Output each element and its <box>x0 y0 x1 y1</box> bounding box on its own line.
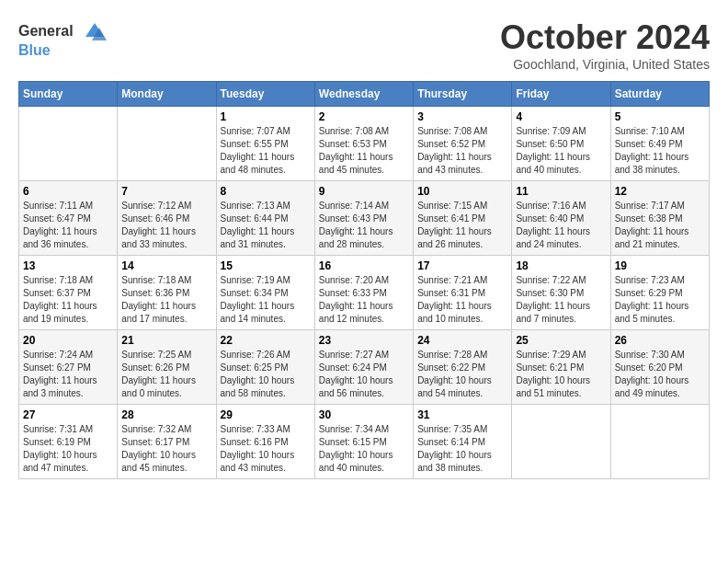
day-number: 11 <box>516 185 606 198</box>
day-cell: 24Sunrise: 7:28 AMSunset: 6:22 PMDayligh… <box>414 330 512 405</box>
day-number: 1 <box>221 110 311 123</box>
day-info: Sunrise: 7:08 AMSunset: 6:52 PMDaylight:… <box>417 125 507 177</box>
day-cell: 31Sunrise: 7:35 AMSunset: 6:14 PMDayligh… <box>414 405 512 479</box>
day-number: 14 <box>121 259 211 272</box>
day-info: Sunrise: 7:18 AMSunset: 6:37 PMDaylight:… <box>23 274 113 326</box>
day-info: Sunrise: 7:17 AMSunset: 6:38 PMDaylight:… <box>615 200 705 251</box>
day-cell: 9Sunrise: 7:14 AMSunset: 6:43 PMDaylight… <box>314 181 413 256</box>
day-number: 26 <box>615 334 705 347</box>
day-number: 8 <box>221 185 311 198</box>
day-cell: 27Sunrise: 7:31 AMSunset: 6:19 PMDayligh… <box>19 405 118 479</box>
day-cell: 12Sunrise: 7:17 AMSunset: 6:38 PMDayligh… <box>610 181 709 256</box>
day-number: 16 <box>319 259 409 272</box>
day-cell: 29Sunrise: 7:33 AMSunset: 6:16 PMDayligh… <box>216 405 314 479</box>
day-cell: 20Sunrise: 7:24 AMSunset: 6:27 PMDayligh… <box>19 330 118 405</box>
day-info: Sunrise: 7:27 AMSunset: 6:24 PMDaylight:… <box>319 349 409 400</box>
day-cell: 14Sunrise: 7:18 AMSunset: 6:36 PMDayligh… <box>118 256 216 330</box>
calendar-table: SundayMondayTuesdayWednesdayThursdayFrid… <box>18 81 710 479</box>
day-cell: 3Sunrise: 7:08 AMSunset: 6:52 PMDaylight… <box>414 107 512 181</box>
day-number: 31 <box>417 408 507 421</box>
day-number: 28 <box>121 408 211 421</box>
day-info: Sunrise: 7:33 AMSunset: 6:16 PMDaylight:… <box>221 423 311 475</box>
day-cell: 23Sunrise: 7:27 AMSunset: 6:24 PMDayligh… <box>314 330 413 405</box>
day-cell: 19Sunrise: 7:23 AMSunset: 6:29 PMDayligh… <box>610 256 709 330</box>
weekday-header-wednesday: Wednesday <box>314 82 413 107</box>
day-cell <box>118 107 216 181</box>
location: Goochland, Virginia, United States <box>500 57 710 72</box>
day-number: 15 <box>221 259 311 272</box>
day-info: Sunrise: 7:20 AMSunset: 6:33 PMDaylight:… <box>319 274 409 326</box>
weekday-header-sunday: Sunday <box>19 82 118 107</box>
logo-icon <box>81 18 108 46</box>
day-info: Sunrise: 7:23 AMSunset: 6:29 PMDaylight:… <box>615 274 705 326</box>
day-cell: 25Sunrise: 7:29 AMSunset: 6:21 PMDayligh… <box>512 330 610 405</box>
month-title: October 2024 <box>500 18 710 57</box>
day-info: Sunrise: 7:08 AMSunset: 6:53 PMDaylight:… <box>319 125 409 177</box>
weekday-header-row: SundayMondayTuesdayWednesdayThursdayFrid… <box>19 82 710 107</box>
day-cell <box>512 405 610 479</box>
day-number: 19 <box>615 259 705 272</box>
day-info: Sunrise: 7:09 AMSunset: 6:50 PMDaylight:… <box>516 125 606 177</box>
day-info: Sunrise: 7:25 AMSunset: 6:26 PMDaylight:… <box>121 349 211 400</box>
day-number: 20 <box>23 334 113 347</box>
week-row-3: 13Sunrise: 7:18 AMSunset: 6:37 PMDayligh… <box>19 256 710 330</box>
day-cell: 8Sunrise: 7:13 AMSunset: 6:44 PMDaylight… <box>216 181 314 256</box>
title-block: October 2024 Goochland, Virginia, United… <box>500 18 710 72</box>
day-number: 29 <box>221 408 311 421</box>
weekday-header-monday: Monday <box>118 82 216 107</box>
day-info: Sunrise: 7:13 AMSunset: 6:44 PMDaylight:… <box>221 200 311 251</box>
day-cell: 28Sunrise: 7:32 AMSunset: 6:17 PMDayligh… <box>118 405 216 479</box>
day-cell: 2Sunrise: 7:08 AMSunset: 6:53 PMDaylight… <box>314 107 413 181</box>
day-info: Sunrise: 7:28 AMSunset: 6:22 PMDaylight:… <box>417 349 507 400</box>
day-number: 4 <box>516 110 606 123</box>
week-row-5: 27Sunrise: 7:31 AMSunset: 6:19 PMDayligh… <box>19 405 710 479</box>
page-header: General Blue October 2024 Goochland, Vir… <box>18 18 710 72</box>
day-cell: 5Sunrise: 7:10 AMSunset: 6:49 PMDaylight… <box>610 107 709 181</box>
day-info: Sunrise: 7:35 AMSunset: 6:14 PMDaylight:… <box>417 423 507 475</box>
day-info: Sunrise: 7:10 AMSunset: 6:49 PMDaylight:… <box>615 125 705 177</box>
day-number: 3 <box>417 110 507 123</box>
day-cell: 21Sunrise: 7:25 AMSunset: 6:26 PMDayligh… <box>118 330 216 405</box>
day-info: Sunrise: 7:11 AMSunset: 6:47 PMDaylight:… <box>23 200 113 251</box>
day-cell: 18Sunrise: 7:22 AMSunset: 6:30 PMDayligh… <box>512 256 610 330</box>
day-number: 18 <box>516 259 606 272</box>
week-row-4: 20Sunrise: 7:24 AMSunset: 6:27 PMDayligh… <box>19 330 710 405</box>
day-number: 24 <box>417 334 507 347</box>
day-cell: 10Sunrise: 7:15 AMSunset: 6:41 PMDayligh… <box>414 181 512 256</box>
day-info: Sunrise: 7:19 AMSunset: 6:34 PMDaylight:… <box>221 274 311 326</box>
day-number: 17 <box>417 259 507 272</box>
day-cell: 4Sunrise: 7:09 AMSunset: 6:50 PMDaylight… <box>512 107 610 181</box>
day-number: 6 <box>23 185 113 198</box>
day-number: 23 <box>319 334 409 347</box>
day-info: Sunrise: 7:18 AMSunset: 6:36 PMDaylight:… <box>121 274 211 326</box>
day-cell: 11Sunrise: 7:16 AMSunset: 6:40 PMDayligh… <box>512 181 610 256</box>
day-number: 10 <box>417 185 507 198</box>
day-number: 22 <box>221 334 311 347</box>
day-number: 9 <box>319 185 409 198</box>
day-number: 7 <box>121 185 211 198</box>
day-number: 30 <box>319 408 409 421</box>
day-cell: 7Sunrise: 7:12 AMSunset: 6:46 PMDaylight… <box>118 181 216 256</box>
day-number: 27 <box>23 408 113 421</box>
day-info: Sunrise: 7:32 AMSunset: 6:17 PMDaylight:… <box>121 423 211 475</box>
day-number: 13 <box>23 259 113 272</box>
day-number: 21 <box>121 334 211 347</box>
day-info: Sunrise: 7:29 AMSunset: 6:21 PMDaylight:… <box>516 349 606 400</box>
day-number: 5 <box>615 110 705 123</box>
day-info: Sunrise: 7:21 AMSunset: 6:31 PMDaylight:… <box>417 274 507 326</box>
weekday-header-saturday: Saturday <box>610 82 709 107</box>
weekday-header-friday: Friday <box>512 82 610 107</box>
day-number: 25 <box>516 334 606 347</box>
day-number: 12 <box>615 185 705 198</box>
day-cell: 30Sunrise: 7:34 AMSunset: 6:15 PMDayligh… <box>314 405 413 479</box>
day-info: Sunrise: 7:14 AMSunset: 6:43 PMDaylight:… <box>319 200 409 251</box>
day-cell: 15Sunrise: 7:19 AMSunset: 6:34 PMDayligh… <box>216 256 314 330</box>
day-info: Sunrise: 7:15 AMSunset: 6:41 PMDaylight:… <box>417 200 507 251</box>
weekday-header-thursday: Thursday <box>414 82 512 107</box>
day-cell: 6Sunrise: 7:11 AMSunset: 6:47 PMDaylight… <box>19 181 118 256</box>
week-row-1: 1Sunrise: 7:07 AMSunset: 6:55 PMDaylight… <box>19 107 710 181</box>
day-info: Sunrise: 7:34 AMSunset: 6:15 PMDaylight:… <box>319 423 409 475</box>
day-cell <box>610 405 709 479</box>
day-info: Sunrise: 7:22 AMSunset: 6:30 PMDaylight:… <box>516 274 606 326</box>
week-row-2: 6Sunrise: 7:11 AMSunset: 6:47 PMDaylight… <box>19 181 710 256</box>
